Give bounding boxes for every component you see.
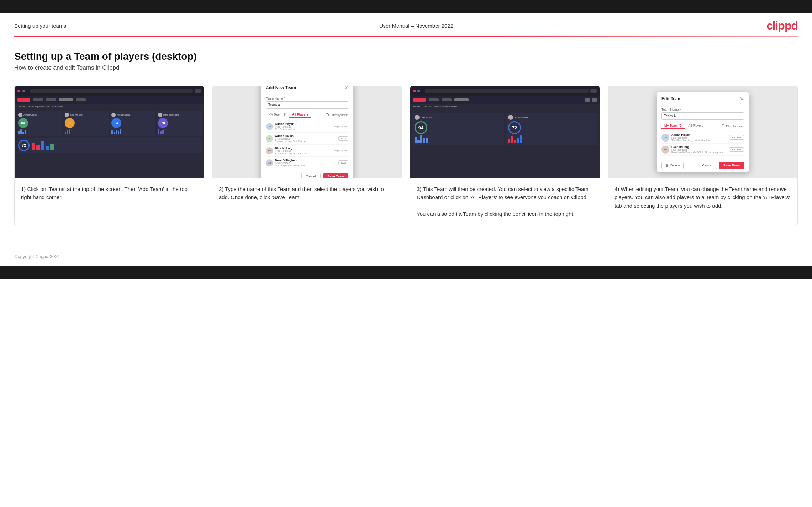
player-2-location: Central London Golf Centre [275, 140, 336, 143]
sc1-bottom-bars [32, 141, 200, 150]
edit-save-btn[interactable]: Save Team [719, 162, 744, 169]
sc3-panel2: Richard Butler 72 [506, 113, 597, 145]
edit-p2-sub1: Plus Handicap [671, 149, 727, 151]
sc3-topbar [410, 86, 600, 96]
card-3-text: 3) This Team will then be created. You c… [410, 178, 600, 225]
sc3-p1-score: 94 [415, 121, 427, 134]
modal-body: Team Name * My Team (2) All Players Filt… [261, 94, 353, 170]
filter-label: Filter by name [330, 113, 348, 117]
page-subtitle: How to create and edit Teams in Clippd [14, 64, 798, 71]
sc3-b5 [426, 138, 428, 143]
sc1-bb2 [36, 145, 40, 150]
sc3-b1 [415, 137, 417, 143]
sc1-p1-avatar [18, 113, 22, 117]
edit-all-players-tab[interactable]: All Players [685, 123, 706, 129]
sc1-topbar [15, 86, 204, 96]
sc1-bar [65, 132, 66, 134]
sc1-nav-item3 [59, 98, 73, 101]
player-row-3: BM Blair McHarg Plus Handicap Royal Nort… [266, 145, 348, 157]
sc3-b8 [514, 140, 516, 143]
player-4-location: The Dog Maging Golf Club [275, 164, 336, 167]
modal-cancel-btn[interactable]: Cancel [301, 173, 321, 178]
card-1: Viewing 5 out of 6 players from All Play… [14, 86, 204, 225]
edit-p2-remove-btn[interactable]: Remove [729, 147, 744, 152]
player-3-info: Blair McHarg Plus Handicap Royal North D… [275, 146, 331, 155]
sc3-dot-red [413, 90, 416, 92]
my-team-tab[interactable]: My Team (2) [266, 112, 289, 118]
player-4-avatar: DB [266, 159, 273, 166]
edit-cancel-btn[interactable]: Cancel [698, 162, 717, 169]
sc1-dot-red [17, 90, 20, 92]
sc1-bar [120, 129, 121, 134]
card-2: Add New Team ✕ Team Name * My Team (2) A… [212, 86, 402, 225]
edit-my-team-tab[interactable]: My Team (2) [661, 123, 685, 129]
modal-save-btn[interactable]: Save Team [323, 173, 348, 178]
sc3-logo-mini [413, 98, 426, 102]
page-footer: Copyright Clippd 2021 [0, 247, 812, 266]
edit-p2-name: Blair McHarg [671, 145, 727, 149]
edit-modal-tabs: My Team (2) All Players Filter by name [661, 123, 744, 129]
sc3-p2-bars [508, 135, 595, 143]
team-name-input[interactable] [266, 101, 348, 109]
player-row-2: AC Adrian Coliba 1-5 Handicap Central Lo… [266, 133, 348, 145]
sc3-settings-icon[interactable] [592, 98, 597, 102]
edit-team-modal: Edit Team ✕ Team Name * My Team (2) All … [657, 92, 749, 172]
delete-label: Delete [670, 164, 680, 167]
sc1-p4-bars [158, 129, 200, 134]
sc1-p1: Adrian Collins 84 [17, 111, 62, 136]
sc3-nav-btn [590, 89, 597, 93]
card-1-screenshot: Viewing 5 out of 6 players from All Play… [15, 86, 204, 178]
card-4: Edit Team ✕ Team Name * My Team (2) All … [608, 86, 798, 225]
delete-team-btn[interactable]: 🗑 Delete [661, 162, 684, 169]
edit-player-row-2: BM Blair McHarg Plus Handicap Royal Nort… [661, 144, 744, 156]
sc1-p4-name: Dave Billingham [163, 114, 179, 116]
player-2-name: Adrian Coliba [275, 134, 336, 138]
modal-close-icon[interactable]: ✕ [344, 86, 348, 91]
filter-by-name[interactable]: Filter by name [326, 112, 348, 118]
player-4-add-btn[interactable]: Add [338, 160, 348, 165]
sc3-pencil-icon[interactable] [585, 98, 590, 102]
header-manual-label: User Manual – November 2022 [379, 23, 453, 29]
edit-p2-info: Blair McHarg Plus Handicap Royal North D… [671, 145, 727, 154]
modal-footer: Cancel Save Team [261, 170, 353, 178]
player-1-sub: Plus Handicap [275, 126, 331, 128]
edit-p1-sub1: Plus Handicap [671, 137, 727, 139]
page-content: Setting up a Team of players (desktop) H… [0, 37, 812, 247]
sc3-p1-name: Blair McHarg [421, 116, 433, 118]
player-row-4: DB Dave Billingham 1-5 Handicap The Dog … [266, 157, 348, 167]
edit-filter-checkbox[interactable] [722, 124, 724, 127]
sc3-dot-gray [417, 90, 420, 92]
sc1-bar [162, 130, 164, 134]
all-players-tab[interactable]: All Players [289, 112, 311, 118]
player-2-add-btn[interactable]: Add [338, 136, 348, 141]
edit-p1-info: Adrian Player Plus Handicap The Shire Lo… [671, 133, 727, 142]
player-list: AP Adrian Player Plus Handicap The Shire… [266, 121, 348, 167]
clippd-logo: clippd [766, 19, 798, 32]
sc1-bar [18, 131, 20, 134]
edit-p1-remove-btn[interactable]: Remove [729, 135, 744, 140]
edit-team-name-label: Team Name * [661, 108, 744, 111]
sc1-p1-bars [18, 129, 60, 134]
edit-modal-close-icon[interactable]: ✕ [740, 96, 744, 102]
card-1-text: 1) Click on 'Teams' at the top of the sc… [15, 178, 204, 225]
edit-p1-location: The Shire London, United Kingdom [671, 139, 727, 142]
sc1-bar [116, 130, 117, 134]
sc1-bar [111, 130, 113, 134]
sc1-p4-avatar [158, 113, 162, 117]
top-bar [0, 0, 812, 13]
edit-filter-by-name[interactable]: Filter by name [722, 123, 744, 129]
sc1-nav-item2 [46, 98, 56, 101]
edit-team-name-input[interactable] [661, 112, 744, 120]
edit-modal-footer: 🗑 Delete Cancel Save Team [657, 159, 749, 172]
sc1-dot-gray [22, 90, 25, 92]
modal-header: Add New Team ✕ [261, 86, 353, 94]
header: Setting up your teams User Manual – Nove… [0, 13, 812, 36]
sc1-filter-row: Viewing 5 out of 6 players from All Play… [15, 104, 204, 109]
sc1-bar [67, 130, 68, 134]
bottom-bar [0, 266, 812, 279]
filter-checkbox[interactable] [326, 113, 329, 116]
sc1-p2-score: 0 [65, 118, 75, 128]
sc1-player-cards: Adrian Collins 84 [15, 109, 204, 138]
sc1-p4: Dave Billingham 78 [157, 111, 202, 136]
sc1-bar [69, 129, 70, 134]
